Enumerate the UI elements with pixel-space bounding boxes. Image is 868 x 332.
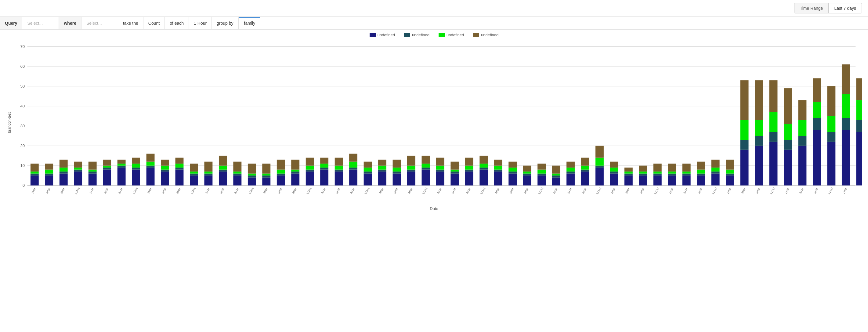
- svg-rect-143: [393, 168, 401, 172]
- svg-rect-36: [89, 174, 97, 185]
- svg-rect-253: [711, 168, 720, 172]
- svg-rect-111: [306, 172, 314, 185]
- svg-rect-73: [190, 172, 198, 174]
- select1-field[interactable]: Select...: [22, 17, 59, 29]
- svg-rect-79: [204, 162, 212, 172]
- chart-legend: undefined undefined undefined undefined: [6, 33, 862, 37]
- svg-rect-58: [147, 162, 155, 166]
- svg-text:2AM: 2AM: [669, 188, 674, 194]
- svg-rect-231: [653, 176, 662, 185]
- svg-rect-109: [291, 159, 300, 170]
- svg-rect-97: [262, 176, 271, 178]
- svg-rect-164: [451, 162, 459, 170]
- svg-rect-247: [697, 174, 705, 176]
- svg-rect-126: [349, 170, 358, 185]
- svg-rect-292: [827, 132, 835, 142]
- svg-rect-18: [31, 172, 39, 174]
- svg-rect-104: [277, 159, 285, 170]
- svg-rect-24: [45, 163, 53, 170]
- svg-rect-217: [610, 172, 618, 174]
- svg-rect-198: [552, 174, 560, 176]
- family-field[interactable]: family: [239, 17, 260, 29]
- svg-text:5AM: 5AM: [683, 188, 688, 194]
- svg-rect-304: [856, 79, 862, 100]
- svg-rect-297: [842, 118, 850, 130]
- svg-rect-82: [219, 170, 227, 172]
- svg-rect-116: [320, 170, 329, 185]
- svg-rect-268: [755, 120, 763, 136]
- svg-rect-257: [726, 174, 734, 176]
- svg-text:2PM: 2PM: [263, 188, 268, 194]
- time-range-value[interactable]: Last 7 days: [829, 3, 862, 13]
- svg-rect-59: [147, 154, 155, 162]
- svg-rect-127: [349, 168, 358, 170]
- svg-text:5AM: 5AM: [567, 188, 572, 194]
- svg-rect-269: [755, 80, 763, 120]
- svg-rect-197: [552, 176, 560, 178]
- svg-text:8AM: 8AM: [813, 188, 819, 194]
- svg-rect-114: [306, 158, 314, 166]
- group-by-label: group by: [212, 17, 238, 29]
- take-the-label: take the: [118, 17, 144, 29]
- svg-rect-22: [45, 174, 53, 176]
- legend-swatch-4: [473, 33, 479, 37]
- svg-rect-148: [407, 166, 415, 170]
- svg-rect-49: [118, 159, 126, 163]
- svg-rect-263: [740, 120, 749, 140]
- svg-rect-183: [508, 168, 517, 172]
- svg-rect-171: [479, 170, 488, 185]
- svg-text:2PM: 2PM: [842, 188, 848, 194]
- svg-rect-241: [682, 176, 691, 185]
- svg-rect-204: [566, 162, 575, 168]
- svg-rect-279: [784, 88, 792, 124]
- svg-text:2AM: 2AM: [437, 188, 442, 194]
- svg-rect-264: [740, 80, 749, 120]
- svg-rect-172: [479, 168, 488, 170]
- svg-text:11PM: 11PM: [653, 187, 660, 195]
- svg-text:11PM: 11PM: [306, 187, 312, 195]
- svg-rect-301: [856, 132, 862, 185]
- select2-field[interactable]: Select...: [82, 17, 118, 29]
- svg-rect-238: [668, 172, 676, 174]
- svg-rect-63: [161, 166, 169, 170]
- svg-rect-139: [378, 159, 386, 166]
- svg-rect-254: [711, 159, 720, 168]
- svg-rect-68: [176, 163, 184, 168]
- svg-rect-28: [60, 168, 68, 172]
- svg-rect-74: [190, 163, 198, 172]
- svg-text:8AM: 8AM: [581, 188, 587, 194]
- time-range-group[interactable]: Time Range Last 7 days: [794, 3, 862, 13]
- svg-rect-26: [60, 174, 68, 185]
- svg-rect-259: [726, 159, 734, 170]
- svg-rect-218: [610, 168, 618, 172]
- svg-rect-266: [755, 146, 763, 185]
- svg-rect-152: [422, 168, 430, 170]
- svg-rect-281: [798, 146, 807, 185]
- svg-rect-51: [132, 170, 140, 185]
- svg-rect-44: [103, 159, 111, 166]
- svg-rect-192: [537, 174, 546, 176]
- svg-text:5AM: 5AM: [451, 188, 457, 194]
- svg-text:2AM: 2AM: [784, 188, 790, 194]
- svg-rect-232: [653, 174, 662, 176]
- svg-rect-87: [233, 174, 241, 176]
- legend-item-3: undefined: [439, 33, 464, 37]
- legend-swatch-3: [439, 33, 445, 37]
- svg-rect-94: [248, 163, 256, 174]
- count-field[interactable]: Count: [144, 17, 165, 29]
- svg-rect-19: [31, 163, 39, 172]
- svg-rect-226: [639, 176, 647, 185]
- chart-inner: 70 60 50 40 30: [11, 40, 862, 205]
- svg-rect-176: [494, 172, 502, 185]
- svg-rect-144: [393, 159, 401, 168]
- svg-rect-202: [566, 172, 575, 174]
- svg-rect-242: [682, 174, 691, 176]
- svg-rect-221: [624, 176, 633, 185]
- svg-text:30: 30: [20, 124, 25, 128]
- svg-rect-66: [176, 170, 184, 185]
- svg-rect-286: [813, 130, 821, 185]
- interval-field[interactable]: 1 Hour: [189, 17, 212, 29]
- svg-rect-289: [813, 79, 821, 102]
- svg-text:70: 70: [20, 44, 25, 49]
- svg-rect-207: [581, 170, 589, 172]
